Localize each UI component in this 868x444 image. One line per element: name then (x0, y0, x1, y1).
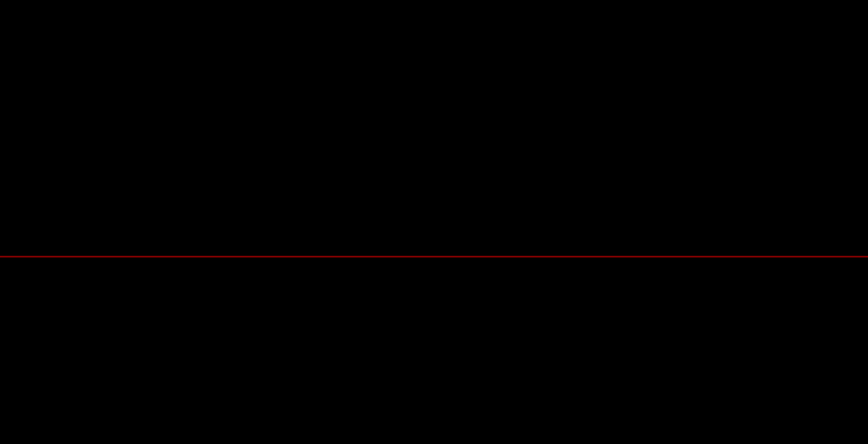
chart-canvas[interactable] (0, 0, 868, 444)
stock-app-window (0, 0, 868, 444)
main-chart-title-bar (0, 0, 868, 12)
indicator-title-bar (0, 256, 868, 274)
